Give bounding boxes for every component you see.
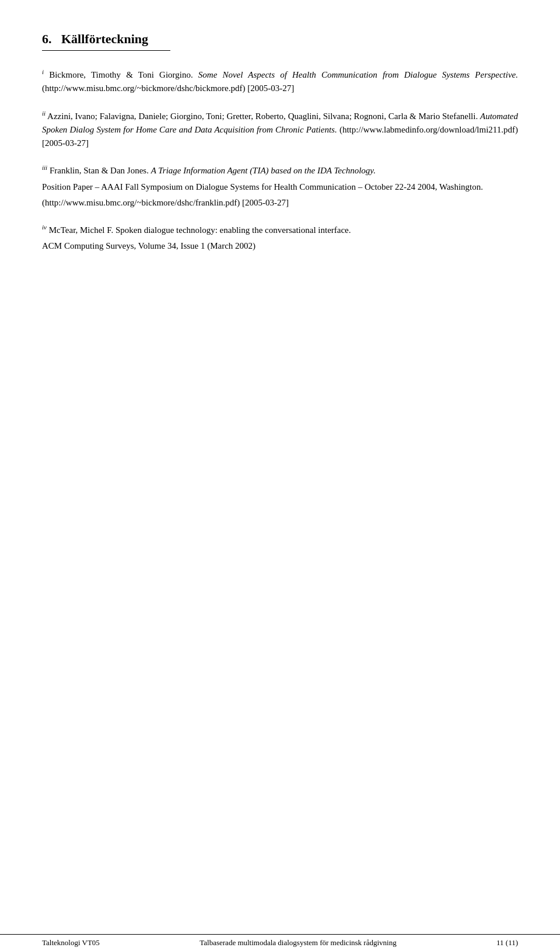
ref-iii-date: [2005-03-27]: [242, 198, 289, 207]
ref-iv-text: iv McTear, Michel F. Spoken dialogue tec…: [42, 222, 518, 237]
ref-iii-title: A Triage Information Agent (TIA) based o…: [151, 166, 376, 175]
ref-iii-authors: Franklin, Stan & Dan Jones.: [50, 166, 149, 175]
ref-iv-title: Spoken dialogue technology: enabling the…: [116, 225, 351, 235]
ref-i-authors: Bickmore, Timothy & Toni Giorgino.: [49, 70, 193, 79]
reference-iii: iii Franklin, Stan & Dan Jones. A Triage…: [42, 163, 518, 210]
reference-ii: ii Azzini, Ivano; Falavigna, Daniele; Gi…: [42, 109, 518, 151]
section-number: 6.: [42, 32, 52, 46]
ref-iv-venue: ACM Computing Surveys, Volume 34, Issue …: [42, 239, 518, 253]
ref-i-date: [2005-03-27]: [247, 83, 294, 93]
ref-ii-authors: Azzini, Ivano; Falavigna, Daniele; Giorg…: [47, 112, 478, 121]
ref-iii-link[interactable]: (http://www.misu.bmc.org/~bickmore/dshc/…: [42, 198, 242, 207]
page-body: 6. Källförteckning i Bickmore, Timothy &…: [0, 0, 560, 911]
footer-left: Talteknologi VT05: [42, 938, 100, 947]
ref-iv-superscript: iv: [42, 224, 47, 231]
reference-iv: iv McTear, Michel F. Spoken dialogue tec…: [42, 222, 518, 253]
page-footer: Talteknologi VT05 Talbaserade multimodal…: [0, 934, 560, 951]
footer-center: Talbaserade multimodala dialogsystem för…: [200, 938, 396, 947]
heading-divider: [42, 50, 170, 51]
footer-right: 11 (11): [496, 938, 518, 947]
ref-i-superscript: i: [42, 68, 44, 75]
ref-ii-superscript: ii: [42, 110, 46, 117]
ref-iii-line1: iii Franklin, Stan & Dan Jones. A Triage…: [42, 163, 518, 177]
ref-iii-venue: Position Paper – AAAI Fall Symposium on …: [42, 180, 518, 194]
ref-i-link[interactable]: (http://www.misu.bmc.org/~bickmore/dshc/…: [42, 83, 247, 93]
section-title-text: Källförteckning: [61, 32, 148, 46]
reference-i: i Bickmore, Timothy & Toni Giorgino. Som…: [42, 67, 518, 96]
ref-iii-superscript: iii: [42, 164, 47, 171]
ref-iv-authors: McTear, Michel F.: [49, 225, 113, 235]
ref-ii-text: ii Azzini, Ivano; Falavigna, Daniele; Gi…: [42, 109, 518, 151]
section-heading-block: 6. Källförteckning: [42, 32, 518, 51]
section-title: 6. Källförteckning: [42, 32, 518, 47]
ref-i-title: Some Novel Aspects of Health Communicati…: [198, 70, 518, 79]
ref-i-text: i Bickmore, Timothy & Toni Giorgino. Som…: [42, 67, 518, 96]
ref-ii-date: [2005-03-27]: [42, 138, 89, 148]
ref-ii-link[interactable]: (http://www.labmedinfo.org/download/lmi2…: [340, 125, 518, 134]
ref-iii-line3: (http://www.misu.bmc.org/~bickmore/dshc/…: [42, 196, 518, 210]
